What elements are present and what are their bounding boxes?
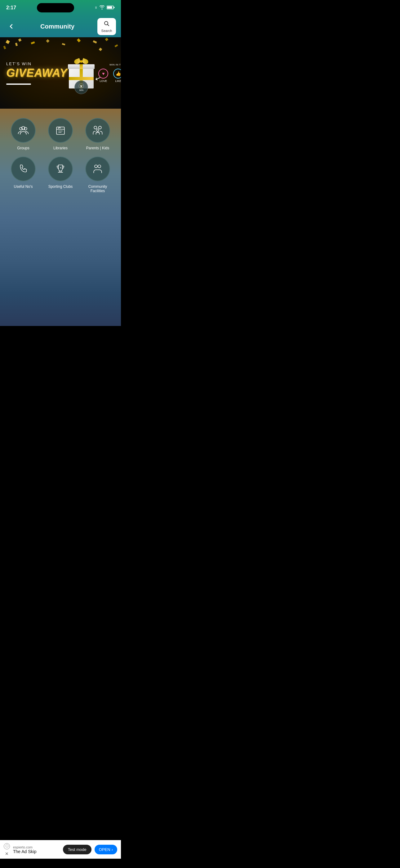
libraries-label: Libraries <box>53 146 68 150</box>
groups-icon-circle <box>11 118 36 143</box>
battery-icon <box>107 5 115 10</box>
win-label: WIN <box>79 89 84 91</box>
banner: LET'S WIN GIVEAWAY <box>0 37 121 108</box>
parents-kids-icon <box>92 124 104 136</box>
trophy-icon <box>54 163 67 175</box>
useful-nos-icon-circle <box>11 156 36 181</box>
back-button[interactable] <box>5 20 18 33</box>
svg-rect-1 <box>107 6 112 8</box>
community-facilities-label: Community Facilities <box>80 184 115 193</box>
parents-kids-label: Parents | Kids <box>86 146 109 150</box>
grid-item-parents-kids[interactable]: Parents | Kids <box>80 118 115 150</box>
grid-item-groups[interactable]: Groups <box>6 118 40 150</box>
wifi-icon <box>99 5 105 10</box>
search-button[interactable]: Search <box>97 18 116 35</box>
header: Community Search <box>0 16 121 37</box>
win-circle: WIN <box>74 81 88 94</box>
like-icon: 👍 <box>113 69 121 79</box>
grid-item-community-facilities[interactable]: Community Facilities <box>80 156 115 193</box>
community-facilities-icon-circle <box>85 156 110 181</box>
slider-indicator <box>6 84 31 85</box>
like-step: 👍 LIKE <box>113 69 121 83</box>
win-steps-section: WIN IN THREE STEPS ♥ LOVE 👍 LIKE ➤ SHARE <box>98 63 121 83</box>
grid-item-useful-nos[interactable]: Useful No's <box>6 156 40 193</box>
useful-nos-label: Useful No's <box>14 184 33 189</box>
sporting-clubs-label: Sporting Clubs <box>48 184 73 189</box>
svg-rect-2 <box>114 7 115 8</box>
libraries-icon <box>54 124 67 136</box>
search-icon <box>104 21 110 28</box>
main-content: Groups Libraries <box>0 108 121 326</box>
grid-item-libraries[interactable]: Libraries <box>43 118 77 150</box>
love-label: LOVE <box>100 80 107 83</box>
search-label: Search <box>101 29 112 33</box>
status-icons: ⠿ <box>95 5 115 10</box>
libraries-icon-circle <box>48 118 73 143</box>
notch <box>37 3 74 12</box>
status-bar: 2:17 ⠿ <box>0 0 121 16</box>
parents-kids-icon-circle <box>85 118 110 143</box>
svg-point-9 <box>94 126 97 129</box>
grid-item-sporting-clubs[interactable]: Sporting Clubs <box>43 156 77 193</box>
facilities-icon <box>92 163 104 175</box>
groups-icon <box>17 124 29 136</box>
gift-section: ↙ WIN <box>67 57 95 89</box>
like-label: LIKE <box>115 80 121 83</box>
svg-point-11 <box>96 129 99 131</box>
gift-lid <box>68 64 95 69</box>
phone-icon <box>17 163 29 175</box>
sporting-clubs-icon-circle <box>48 156 73 181</box>
svg-point-5 <box>20 127 22 130</box>
category-grid: Groups Libraries <box>6 118 115 193</box>
signal-icon: ⠿ <box>95 6 97 10</box>
svg-point-12 <box>95 165 97 168</box>
svg-point-6 <box>24 127 27 130</box>
giveaway-text: GIVEAWAY <box>6 67 67 79</box>
svg-point-10 <box>99 126 101 129</box>
banner-content: LET'S WIN GIVEAWAY <box>0 51 121 95</box>
win-in-steps-text: WIN IN THREE STEPS <box>109 63 121 66</box>
svg-point-13 <box>98 165 101 168</box>
page-title: Community <box>40 23 74 30</box>
lets-win-text: LET'S WIN <box>6 61 67 66</box>
banner-left: LET'S WIN GIVEAWAY <box>6 61 67 85</box>
groups-label: Groups <box>17 146 29 150</box>
status-time: 2:17 <box>6 5 16 10</box>
